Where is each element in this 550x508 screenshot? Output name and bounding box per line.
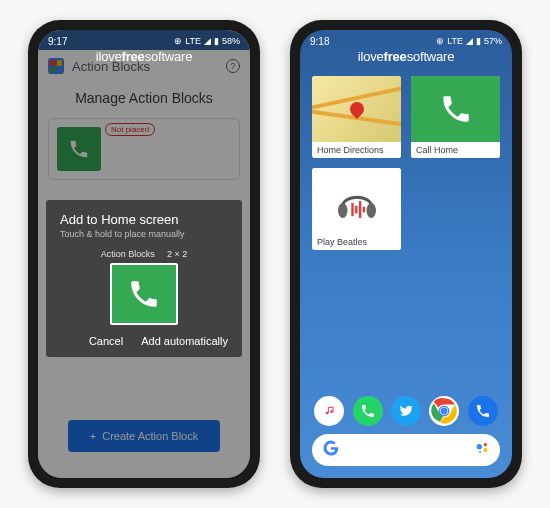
vpn-icon: ⊕ xyxy=(174,36,182,46)
chrome-icon[interactable] xyxy=(429,396,459,426)
add-home-dialog: Add to Home screen Touch & hold to place… xyxy=(46,200,242,357)
widget-size-label: 2 × 2 xyxy=(167,249,187,259)
status-right: ⊕ LTE ◢ ▮ 57% xyxy=(436,36,502,46)
battery-icon: ▮ xyxy=(214,36,219,46)
signal-icon: ◢ xyxy=(204,36,211,46)
dialog-body: Action Blocks 2 × 2 xyxy=(60,249,228,325)
widget-label: Call Home xyxy=(411,142,500,158)
whatsapp-icon[interactable] xyxy=(353,396,383,426)
svg-rect-2 xyxy=(351,203,353,216)
apple-music-icon[interactable] xyxy=(314,396,344,426)
status-time: 9:17 xyxy=(48,36,67,47)
cancel-button[interactable]: Cancel xyxy=(89,335,123,347)
widget-play-beatles[interactable]: Play Beatles xyxy=(312,168,401,250)
google-search-bar[interactable] xyxy=(312,434,500,466)
status-bar: 9:18 ⊕ LTE ◢ ▮ 57% xyxy=(300,30,512,50)
svg-rect-5 xyxy=(362,207,364,213)
svg-point-15 xyxy=(479,451,481,453)
widget-call-home[interactable]: Call Home xyxy=(411,76,500,158)
battery-pct: 57% xyxy=(484,36,502,46)
status-right: ⊕ LTE ◢ ▮ 58% xyxy=(174,36,240,46)
phone-icon xyxy=(411,76,500,142)
svg-point-1 xyxy=(366,203,376,218)
dialog-subtitle: Touch & hold to place manually xyxy=(60,229,228,239)
phone-left: 9:17 ⊕ LTE ◢ ▮ 58% ilovefreesoftware Act… xyxy=(28,20,260,488)
network-label: LTE xyxy=(447,36,463,46)
signal-icon: ◢ xyxy=(466,36,473,46)
vpn-icon: ⊕ xyxy=(436,36,444,46)
google-logo-icon xyxy=(322,439,340,461)
svg-point-6 xyxy=(322,404,337,419)
widget-label: Play Beatles xyxy=(312,234,401,250)
widget-name-label: Action Blocks xyxy=(101,249,155,259)
add-automatically-button[interactable]: Add automatically xyxy=(141,335,228,347)
svg-point-14 xyxy=(483,448,487,452)
phone-app-icon[interactable] xyxy=(468,396,498,426)
dock xyxy=(300,396,512,426)
watermark: ilovefreesoftware xyxy=(38,49,250,64)
svg-rect-4 xyxy=(358,201,360,218)
dialog-title: Add to Home screen xyxy=(60,212,228,227)
status-bar: 9:17 ⊕ LTE ◢ ▮ 58% xyxy=(38,30,250,50)
widget-grid: Home Directions Call Home xyxy=(300,64,512,250)
svg-point-0 xyxy=(338,203,348,218)
map-icon xyxy=(312,76,401,142)
battery-icon: ▮ xyxy=(476,36,481,46)
widget-label: Home Directions xyxy=(312,142,401,158)
map-pin-icon xyxy=(347,99,367,119)
svg-point-12 xyxy=(477,444,482,449)
dialog-actions: Cancel Add automatically xyxy=(60,335,228,347)
svg-point-11 xyxy=(441,408,448,415)
assistant-icon[interactable] xyxy=(474,440,490,460)
call-icon xyxy=(112,265,176,323)
headphones-icon xyxy=(312,168,401,234)
screen-right: 9:18 ⊕ LTE ◢ ▮ 57% ilovefreesoftware Hom… xyxy=(300,30,512,478)
svg-rect-3 xyxy=(355,206,357,214)
watermark: ilovefreesoftware xyxy=(300,49,512,64)
battery-pct: 58% xyxy=(222,36,240,46)
phone-right: 9:18 ⊕ LTE ◢ ▮ 57% ilovefreesoftware Hom… xyxy=(290,20,522,488)
svg-point-13 xyxy=(484,443,487,446)
widget-preview[interactable] xyxy=(110,263,178,325)
network-label: LTE xyxy=(185,36,201,46)
twitter-icon[interactable] xyxy=(391,396,421,426)
status-time: 9:18 xyxy=(310,36,329,47)
widget-home-directions[interactable]: Home Directions xyxy=(312,76,401,158)
screen-left: 9:17 ⊕ LTE ◢ ▮ 58% ilovefreesoftware Act… xyxy=(38,30,250,478)
